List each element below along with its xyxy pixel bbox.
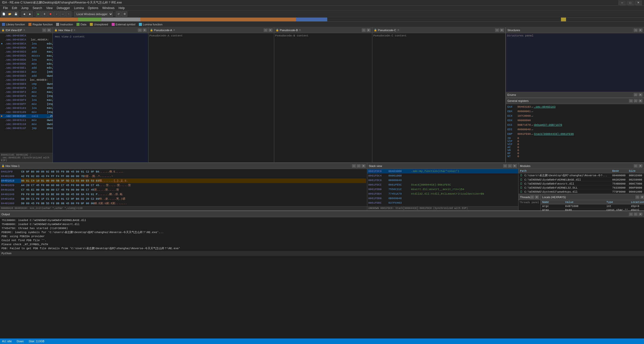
enums-close[interactable]: ✕ xyxy=(638,93,642,97)
pseudocode-a-panel: 🔒 Pseudocode-A ✕ □ ✕ Pseudocode-A conten… xyxy=(148,27,274,162)
stack-row: 0061FDD0 7556C31C msvcrt.dll:msvcrt__aex… xyxy=(367,187,518,192)
tb-back[interactable]: ◀ xyxy=(21,11,27,17)
stack-view-detach[interactable]: □ xyxy=(503,164,507,168)
hex-view1-content[interactable]: 04015F0 C8 0F B6 00 88 02 8B 55 F0 8B 45… xyxy=(0,169,367,206)
tb-stop[interactable]: ⏹ xyxy=(48,11,53,17)
menu-search[interactable]: Search xyxy=(30,6,44,10)
menu-options[interactable]: Options xyxy=(86,6,100,10)
stack-row: 0061FDDC 637F6463 xyxy=(367,201,518,205)
nav-bar xyxy=(0,18,644,22)
modules-row[interactable]: 🗋 C:\WINDOWS\System32\wow64cpu.dll 773F0… xyxy=(518,190,644,194)
pseudocode-a-header: 🔒 Pseudocode-A ✕ □ ✕ xyxy=(148,27,274,33)
hex-view1-expand[interactable]: □ xyxy=(357,164,361,168)
structures-close[interactable]: ✕ xyxy=(638,28,642,32)
structures-header: Structures □ ✕ xyxy=(506,27,644,33)
menu-edit[interactable]: Edit xyxy=(10,6,19,10)
output-detach[interactable]: □ xyxy=(629,212,633,216)
locals-close[interactable]: ✕ xyxy=(640,195,644,199)
tb-step-out[interactable]: ↑ xyxy=(66,11,71,17)
ida-view-close[interactable]: ✕ xyxy=(47,28,51,32)
debugger-selector[interactable]: Local Windows debugger xyxy=(74,12,113,17)
right-top-panels: Structures □ ✕ Structures panel Enums □ … xyxy=(506,27,644,162)
pseudocode-b-content[interactable]: Pseudocode-B content xyxy=(274,33,372,162)
menu-view[interactable]: View xyxy=(44,6,55,10)
structures-title: Structures xyxy=(507,29,520,32)
maximize-button[interactable]: □ xyxy=(626,0,634,5)
code-line: .smc:004030F0 jle short loc_4030CA xyxy=(0,86,53,90)
output-expand[interactable]: □ xyxy=(634,212,638,216)
stack-view-expand[interactable]: □ xyxy=(508,164,512,168)
stack-view-content[interactable]: 0061FDC0 00403000 .smc:my_function(char*… xyxy=(367,169,518,206)
hex-row: 04401660 D0 89 45 F8 8B 55 F8 8B 8B 45 0… xyxy=(1,201,366,206)
threads-detach[interactable]: □ xyxy=(530,195,534,199)
code-line: .smc:0040311F jmp short loc_40314D xyxy=(0,126,53,130)
structures-detach[interactable]: □ xyxy=(634,28,638,32)
status-scroll: Down xyxy=(17,340,24,343)
hex-view2-detach[interactable]: □ xyxy=(138,28,142,32)
stack-view-close[interactable]: ✕ xyxy=(513,164,517,168)
locals-col-location: Location xyxy=(629,200,644,204)
threads-header: Threads □ ✕ xyxy=(518,194,540,200)
output-close[interactable]: ✕ xyxy=(638,212,642,216)
modules-row[interactable]: 🗋 C:\Users\崔志鹏\Desktop\临时\shanghai\Rever… xyxy=(518,173,644,178)
ida-view-detach[interactable]: □ xyxy=(42,28,46,32)
modules-detach[interactable]: □ xyxy=(634,164,638,168)
tb-step-over[interactable]: → xyxy=(60,11,65,17)
tb-refresh[interactable]: ↺ xyxy=(116,11,121,17)
menu-windows[interactable]: Windows xyxy=(100,6,117,10)
general-regs-close[interactable]: ✕ xyxy=(638,99,642,103)
code-line: .smc:00403111 mov dword ptr [ebp-20h], 1 xyxy=(0,118,53,122)
tb-step-into[interactable]: ↓ xyxy=(54,11,59,17)
code-line: .smc:004030F9 lea eax, [ebp-2D2h] xyxy=(0,98,53,102)
general-regs-detach[interactable]: □ xyxy=(629,99,633,103)
code-line: .smc:004030CA xyxy=(0,34,53,38)
legend-instruction-color xyxy=(56,23,59,26)
structures-content[interactable]: Structures panel xyxy=(506,33,644,92)
pseudocode-a-content[interactable]: Pseudocode-A content xyxy=(148,33,274,162)
pseudocode-a-close[interactable]: ✕ xyxy=(268,28,272,32)
tb-save[interactable]: 💾 xyxy=(13,11,19,17)
output-line: Please check _NT_SYMBOL_PATH xyxy=(2,242,642,246)
pseudocode-c-close[interactable]: ✕ xyxy=(500,28,504,32)
modules-row[interactable]: 🗋 C:\WINDOWS\SysWOW64\KERNELBASE.dll 002… xyxy=(518,178,644,182)
pseudocode-c-content[interactable]: Pseudocode-C content xyxy=(372,33,505,162)
tb-open[interactable]: 📂 xyxy=(7,11,13,17)
enums-detach[interactable]: □ xyxy=(634,93,638,97)
hex-view1-close[interactable]: ✕ xyxy=(361,164,366,168)
modules-row[interactable]: 🗋 C:\WINDOWS\SysWOW64\msvcrt.dll 754B000… xyxy=(518,182,644,186)
hex-view2-content[interactable]: Hex View-2 content xyxy=(53,33,148,162)
menu-debugger[interactable]: Debugger xyxy=(55,6,72,10)
right-col-panels: Modules □ ✕ Path Base Size xyxy=(518,163,644,210)
tb-settings[interactable]: ⚙ xyxy=(122,11,127,17)
code-line: .smc:004030FF mov [esp+4], eax xyxy=(0,102,53,106)
hex-view2-close[interactable]: ✕ xyxy=(143,28,147,32)
hex-view1-detach[interactable]: □ xyxy=(352,164,356,168)
menu-lumina[interactable]: Lumina xyxy=(72,6,86,10)
locals-row[interactable]: argc 0xB71608 int ebp+8 xyxy=(541,204,644,208)
ida-view-code[interactable]: .smc:004030CA .smc:004030CA loc_4030CA: … xyxy=(0,33,53,153)
pseudocode-b-close[interactable]: ✕ xyxy=(367,28,371,32)
stack-row: 0061FDCC 0061FE5C Stack[000044C8]:0061FE… xyxy=(367,183,518,187)
pseudocode-a-detach[interactable]: □ xyxy=(264,28,268,32)
title-bar: IDA - RE.exe C:\Users\崔志鹏\Desktop\临时\sha… xyxy=(0,0,644,6)
hex-row-highlight: 04401610 86 81 C4 10 01 00 00 5B 5F 5D C… xyxy=(1,179,366,183)
tb-run[interactable]: ▶ xyxy=(36,11,41,17)
modules-close[interactable]: ✕ xyxy=(638,164,642,168)
minimize-button[interactable]: ─ xyxy=(618,0,626,5)
tb-new[interactable]: 📄 xyxy=(1,11,7,17)
legend-regular: Regular function xyxy=(28,23,53,26)
general-regs-expand[interactable]: □ xyxy=(634,99,638,103)
pseudocode-c-detach[interactable]: □ xyxy=(495,28,499,32)
locals-detach[interactable]: □ xyxy=(635,195,639,199)
tb-pause[interactable]: ⏸ xyxy=(42,11,47,17)
tb-forward[interactable]: ▶ xyxy=(27,11,33,17)
code-line: .smc:004030CA loc_4030CA: ; CODE XREF: .… xyxy=(0,38,53,42)
menu-help[interactable]: Help xyxy=(116,6,127,10)
menu-file[interactable]: File xyxy=(1,6,10,10)
modules-row[interactable]: 🗋 C:\WINDOWS\SysWOW64\KERNEL32.DLL 76330… xyxy=(518,186,644,190)
close-button[interactable]: ✕ xyxy=(634,0,642,5)
menu-jump[interactable]: Jump xyxy=(19,6,30,10)
threads-close[interactable]: ✕ xyxy=(535,195,539,199)
pseudocode-b-detach[interactable]: □ xyxy=(362,28,366,32)
modules-content[interactable]: Path Base Size 🗋 C:\Users\崔志鹏\Desktop\临时… xyxy=(518,169,644,194)
